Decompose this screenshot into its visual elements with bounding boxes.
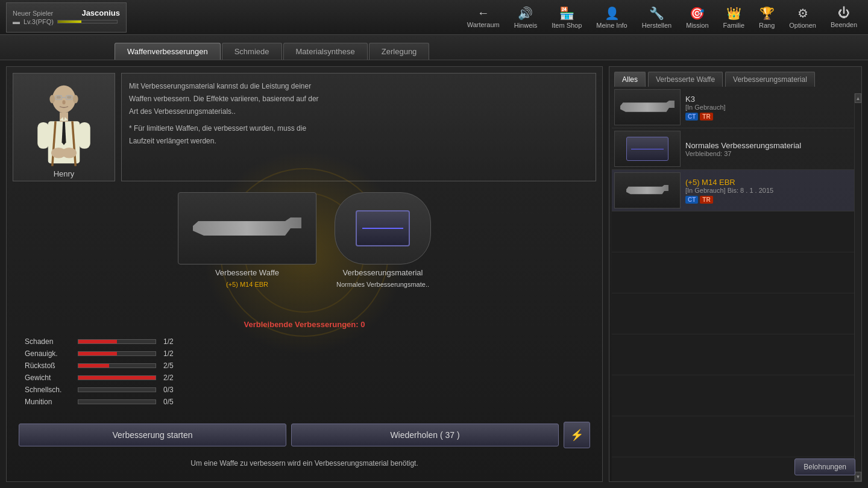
item-tags-m14: CT TR [685,196,857,204]
tag-ct: CT [685,113,698,120]
weapon-slot-label: Verbesserte Waffe [215,268,279,277]
nav-hinweis[interactable]: 🔊 Hinweis [509,4,542,31]
tag-tr: TR [700,113,712,120]
top-navigation: Neuer Spieler Jasconius ▬ Lv.3(PFQ) ← Wa… [0,0,868,35]
profile-icon: 👤 [605,6,620,20]
scrollbar-down[interactable]: ▼ [855,472,861,481]
flash-button[interactable]: ⚡ [564,422,590,448]
nav-itemshop[interactable]: 🏪 Item Shop [547,4,587,31]
item-sub-material: Verbleibend: 37 [685,150,857,157]
player-name: Jasconius [81,8,120,17]
player-level: Lv.3(PFQ) [24,18,54,25]
nav-herstellen[interactable]: 🔧 Herstellen [637,4,677,31]
item-list: K3 [In Gebrauch] CT TR Normales Verbesse… [609,87,861,481]
family-icon: 👑 [726,6,741,20]
weapon-icon-k3 [620,101,675,114]
nav-warteraum[interactable]: ← Warteraum [462,4,505,31]
nav-rang[interactable]: 🏆 Rang [754,4,779,31]
stat-value-schaden: 1/2 [163,337,174,346]
stat-label-genauigkeit: Genauigk. [25,349,73,358]
slots-row: Verbesserte Waffe (+5) M14 EBR Verbesser… [13,192,596,313]
npc-portrait: Henry [13,73,115,181]
player-label: Neuer Spieler [13,10,53,17]
list-item-empty [612,375,859,416]
list-item-empty [612,211,859,252]
case-icon [356,210,410,246]
tab-materialsynthese[interactable]: Materialsynthese [283,43,368,60]
shop-icon: 🏪 [559,6,574,20]
svg-rect-3 [57,96,61,98]
nav-mission[interactable]: 🎯 Mission [681,4,713,31]
item-tags-k3: CT TR [685,113,857,120]
list-item[interactable]: (+5) M14 EBR [In Gebrauch] Bis: 8 . 1 . … [612,170,859,211]
start-button[interactable]: Verbesserung starten [19,424,286,446]
svg-point-8 [62,100,65,104]
nav-beenden[interactable]: ⏻ Beenden [826,4,862,31]
stat-value-munition: 0/5 [163,398,174,406]
main-tabs: Waffenverbesserungen Schmiede Materialsy… [0,35,868,60]
material-slot-sublabel: Normales Verbesserungsmate.. [336,281,429,288]
item-name-m14: (+5) M14 EBR [685,178,857,187]
right-tab-verbesserungsmaterial[interactable]: Verbesserungsmaterial [725,72,815,87]
material-slot[interactable] [335,192,431,264]
right-tabs: Alles Verbesserte Waffe Verbesserungsmat… [609,67,861,87]
tab-schmiede[interactable]: Schmiede [222,43,282,60]
description-box: Mit Verbesserungsmaterial kannst du die … [121,73,596,181]
stat-label-munition: Munition [25,398,73,406]
item-thumb-m14 [614,172,681,208]
weapon-slot-sublabel: (+5) M14 EBR [226,281,268,288]
right-scrollbar[interactable]: ▲ ▼ [854,93,861,481]
bottom-hint: Um eine Waffe zu verbessern wird ein Ver… [13,457,596,470]
weapon-slot-container: Verbesserte Waffe (+5) M14 EBR [178,192,316,288]
main-area: Henry Mit Verbesserungsmaterial kannst d… [0,60,868,488]
nav-optionen[interactable]: ⚙ Optionen [784,4,821,31]
scrollbar-up[interactable]: ▲ [855,93,861,103]
stat-value-ruckstos: 2/5 [163,361,174,370]
stat-row-ruckstos: Rückstoß 2/5 [25,361,584,370]
stat-bar-munition [78,399,156,404]
remaining-upgrades-label: Verbleibende Verbesserungen: 0 [13,320,596,329]
item-info-m14: (+5) M14 EBR [In Gebrauch] Bis: 8 . 1 . … [685,178,857,204]
xp-bar-fill [58,20,81,23]
stat-row-gewicht: Gewicht 2/2 [25,374,584,382]
nav-familie[interactable]: 👑 Familie [719,4,749,31]
svg-point-2 [73,95,78,104]
tag-ct-m14: CT [685,196,698,204]
repeat-button[interactable]: Wiederholen ( 37 ) [291,424,559,446]
flash-icon: ⚡ [570,428,583,442]
weapon-slot[interactable] [178,192,316,264]
right-tab-verbesserte-waffe[interactable]: Verbesserte Waffe [648,72,723,87]
right-tab-alles[interactable]: Alles [614,72,646,87]
stat-bar-schnellsch [78,387,156,392]
item-name-material: Normales Verbesserungsmaterial [685,141,857,150]
tab-zerlegung[interactable]: Zerlegung [369,43,430,60]
stat-fill-genauigkeit [78,352,117,355]
weapon-icon-large [193,216,301,240]
npc-svg [28,84,100,169]
player-info-panel: Neuer Spieler Jasconius ▬ Lv.3(PFQ) [6,2,127,33]
svg-rect-16 [37,122,49,149]
rewards-button[interactable]: Belohnungen [794,458,855,475]
stat-value-schnellsch: 0/3 [163,386,174,394]
xp-bar-bg [57,20,118,23]
stat-fill-schaden [78,340,117,343]
mission-icon: 🎯 [690,6,705,20]
list-item[interactable]: K3 [In Gebrauch] CT TR [612,87,859,128]
stat-label-schaden: Schaden [25,337,73,346]
npc-desc-row: Henry Mit Verbesserungsmaterial kannst d… [13,73,596,181]
rank-trophy-icon: 🏆 [760,6,775,20]
list-item[interactable]: Normales Verbesserungsmaterial Verbleibe… [612,128,859,170]
material-slot-container: Verbesserungsmaterial Normales Verbesser… [335,192,431,288]
stat-bar-gewicht [78,375,156,380]
material-slot-label: Verbesserungsmaterial [343,268,423,277]
tab-waffenverbesserungen[interactable]: Waffenverbesserungen [115,43,221,60]
svg-rect-17 [79,122,90,149]
stat-label-schnellsch: Schnellsch. [25,386,73,394]
nav-meineinfo[interactable]: 👤 Meine Info [591,4,632,31]
item-name-k3: K3 [685,95,857,104]
nav-items: ← Warteraum 🔊 Hinweis 🏪 Item Shop 👤 Mein… [462,4,862,31]
stat-row-genauigkeit: Genauigk. 1/2 [25,349,584,358]
svg-point-19 [62,148,77,158]
right-panel: Alles Verbesserte Waffe Verbesserungsmat… [609,66,862,482]
stat-value-gewicht: 2/2 [163,374,174,382]
